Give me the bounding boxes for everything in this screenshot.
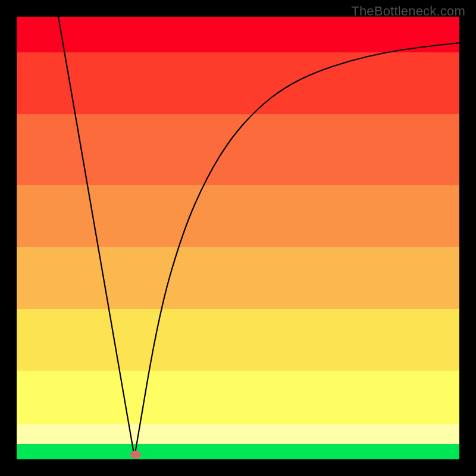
watermark-label: TheBottleneck.com — [351, 4, 465, 19]
marker-dot — [130, 450, 141, 459]
curve-right-branch — [134, 43, 459, 457]
curve-left-branch — [58, 17, 134, 457]
chart-area — [17, 17, 459, 459]
curve-layer — [17, 17, 459, 459]
